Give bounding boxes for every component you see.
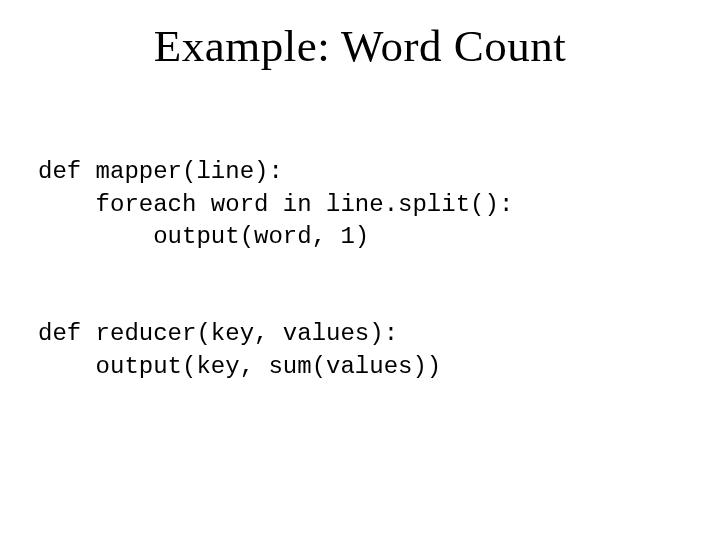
code-line: foreach word in line.split(): xyxy=(38,191,513,218)
slide-container: Example: Word Count def mapper(line): fo… xyxy=(0,0,720,540)
code-line: output(word, 1) xyxy=(38,223,369,250)
code-line: output(key, sum(values)) xyxy=(38,353,441,380)
code-block: def mapper(line): foreach word in line.s… xyxy=(38,124,682,416)
code-line: def reducer(key, values): xyxy=(38,320,398,347)
code-line: def mapper(line): xyxy=(38,158,283,185)
slide-title: Example: Word Count xyxy=(38,20,682,72)
